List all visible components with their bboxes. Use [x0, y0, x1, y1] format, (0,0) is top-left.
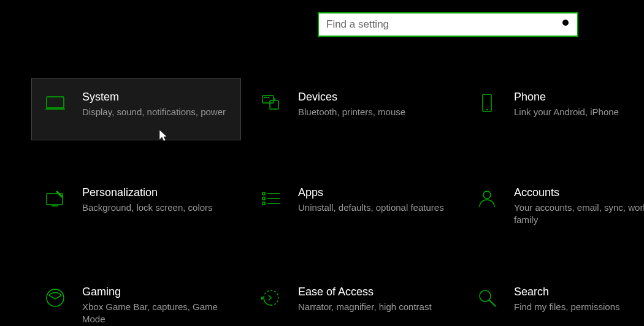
svg-rect-2 — [47, 97, 64, 108]
tile-subtitle: Xbox Game Bar, captures, Game Mode — [82, 301, 229, 326]
search-input[interactable] — [318, 12, 578, 37]
tile-title: Phone — [514, 91, 644, 104]
tile-subtitle: Find my files, permissions — [514, 301, 644, 313]
svg-rect-15 — [263, 192, 265, 195]
ease-of-access-icon — [259, 286, 283, 310]
tile-title: Gaming — [82, 286, 229, 298]
tile-text: Search Find my files, permissions — [514, 286, 644, 313]
tile-title: Ease of Access — [298, 286, 445, 298]
tile-text: Accounts Your accounts, email, sync, wor… — [514, 186, 644, 227]
tile-title: Accounts — [514, 186, 644, 199]
tile-title: Devices — [298, 91, 445, 104]
tile-personalization[interactable]: Personalization Background, lock screen,… — [32, 174, 240, 239]
gaming-icon — [43, 286, 67, 310]
search-tile-icon — [475, 286, 499, 310]
tile-text: Apps Uninstall, defaults, optional featu… — [298, 186, 445, 214]
svg-point-23 — [480, 290, 491, 301]
tile-text: Phone Link your Android, iPhone — [514, 91, 644, 118]
tile-text: Devices Bluetooth, printers, mouse — [298, 91, 445, 118]
svg-point-0 — [562, 20, 569, 26]
search-icon — [561, 18, 571, 31]
tile-subtitle: Link your Android, iPhone — [514, 106, 644, 118]
phone-icon — [475, 91, 499, 115]
svg-rect-17 — [263, 202, 265, 205]
tile-title: Apps — [298, 186, 445, 199]
tile-text: Ease of Access Narrator, magnifier, high… — [298, 286, 445, 313]
svg-line-14 — [56, 191, 63, 197]
tile-text: Personalization Background, lock screen,… — [82, 186, 229, 214]
tile-subtitle: Bluetooth, printers, mouse — [298, 106, 445, 118]
svg-point-21 — [483, 191, 491, 199]
accounts-icon — [475, 186, 499, 211]
tile-title: Search — [514, 286, 644, 298]
system-icon — [43, 91, 67, 115]
personalization-icon — [43, 186, 67, 211]
tile-ease-of-access[interactable]: Ease of Access Narrator, magnifier, high… — [248, 273, 456, 327]
tile-system[interactable]: System Display, sound, notifications, po… — [32, 78, 240, 140]
svg-point-6 — [265, 97, 266, 98]
tile-subtitle: Background, lock screen, colors — [82, 202, 229, 214]
svg-rect-16 — [263, 197, 265, 200]
svg-rect-4 — [263, 96, 274, 103]
svg-point-7 — [267, 97, 267, 98]
tile-subtitle: Your accounts, email, sync, work, family — [514, 202, 644, 227]
svg-rect-5 — [270, 100, 278, 109]
tile-title: Personalization — [82, 186, 229, 199]
search-container — [318, 12, 578, 37]
tile-devices[interactable]: Devices Bluetooth, printers, mouse — [248, 78, 456, 140]
tile-subtitle: Narrator, magnifier, high contrast — [298, 301, 445, 313]
tile-apps[interactable]: Apps Uninstall, defaults, optional featu… — [248, 174, 456, 239]
tile-subtitle: Uninstall, defaults, optional features — [298, 202, 445, 214]
tile-accounts[interactable]: Accounts Your accounts, email, sync, wor… — [464, 174, 644, 239]
apps-icon — [259, 186, 283, 211]
svg-point-22 — [47, 289, 64, 306]
tile-gaming[interactable]: Gaming Xbox Game Bar, captures, Game Mod… — [32, 273, 240, 327]
tile-search[interactable]: Search Find my files, permissions — [464, 273, 644, 327]
svg-rect-10 — [483, 94, 491, 112]
tile-phone[interactable]: Phone Link your Android, iPhone — [464, 78, 644, 140]
tile-title: System — [82, 91, 229, 104]
svg-point-8 — [269, 97, 269, 98]
svg-line-1 — [568, 25, 570, 28]
svg-line-24 — [489, 300, 496, 306]
settings-grid: System Display, sound, notifications, po… — [32, 78, 639, 326]
tile-text: System Display, sound, notifications, po… — [82, 91, 229, 118]
tile-subtitle: Display, sound, notifications, power — [82, 106, 229, 118]
tile-text: Gaming Xbox Game Bar, captures, Game Mod… — [82, 286, 229, 326]
devices-icon — [259, 91, 283, 115]
